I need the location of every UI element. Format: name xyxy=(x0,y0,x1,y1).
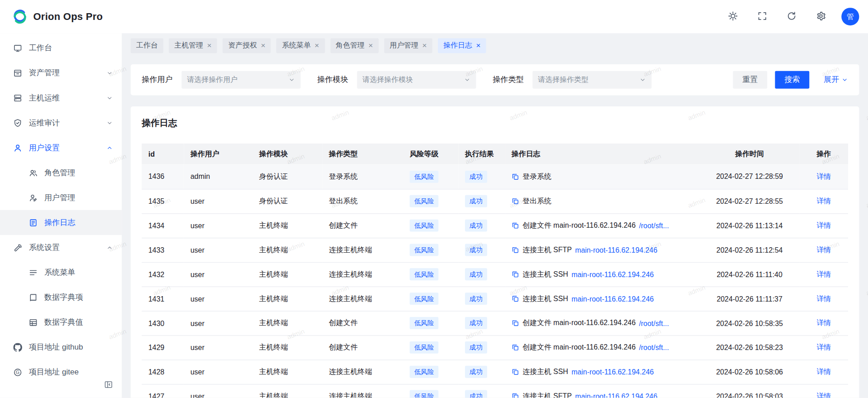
log-link[interactable]: /root/sft... xyxy=(639,343,669,351)
menu-label: 用户设置 xyxy=(29,143,100,153)
sidebar-collapse-button[interactable] xyxy=(102,378,115,391)
log-link[interactable]: /root/sft... xyxy=(639,319,669,327)
cell-user: user xyxy=(184,287,252,311)
filter-bar: 操作用户请选择操作用户操作模块请选择操作模块操作类型请选择操作类型 重置 搜索 … xyxy=(131,64,859,96)
detail-link[interactable]: 详情 xyxy=(816,270,831,278)
fullscreen-button[interactable] xyxy=(754,8,771,25)
sidebar-item-system-settings[interactable]: 系统设置 xyxy=(0,235,122,260)
sidebar-item-role-management[interactable]: 角色管理 xyxy=(0,160,122,185)
expand-toggle[interactable]: 展开 xyxy=(824,75,848,85)
tab-close-icon[interactable]: × xyxy=(261,42,266,49)
sidebar-item-user-management[interactable]: 用户管理 xyxy=(0,185,122,210)
result-badge: 成功 xyxy=(465,268,487,280)
copy-icon[interactable] xyxy=(512,270,519,278)
log-link[interactable]: main-root-116.62.194.246 xyxy=(571,368,654,376)
cell-result: 成功 xyxy=(458,164,505,189)
sidebar-item-operation-log[interactable]: 操作日志 xyxy=(0,210,122,235)
table-title: 操作日志 xyxy=(142,117,848,129)
cell-user: user xyxy=(184,238,252,262)
copy-icon[interactable] xyxy=(512,344,519,351)
operation-user-select[interactable]: 请选择操作用户 xyxy=(181,71,300,89)
cell-time: 2024-02-26 10:58:03 xyxy=(700,384,799,398)
search-button[interactable]: 搜索 xyxy=(775,71,809,89)
tab-close-icon[interactable]: × xyxy=(422,42,427,49)
sidebar-item-host-ops[interactable]: 主机运维 xyxy=(0,85,122,110)
tab-workbench[interactable]: 工作台 xyxy=(131,38,163,53)
cell-result: 成功 xyxy=(458,311,505,336)
tab-close-icon[interactable]: × xyxy=(315,42,319,49)
refresh-button[interactable] xyxy=(783,8,801,25)
menu-label: 数据字典值 xyxy=(44,317,113,327)
copy-icon[interactable] xyxy=(512,173,519,181)
menu-label: 主机运维 xyxy=(29,93,100,103)
tab-role-management[interactable]: 角色管理× xyxy=(330,38,379,53)
tab-close-icon[interactable]: × xyxy=(369,42,373,49)
tab-host-management[interactable]: 主机管理× xyxy=(169,38,217,53)
detail-link[interactable]: 详情 xyxy=(816,245,831,254)
cell-user: user xyxy=(184,335,252,360)
copy-icon[interactable] xyxy=(512,319,519,327)
tab-operation-log[interactable]: 操作日志× xyxy=(438,38,486,53)
cell-action: 详情 xyxy=(799,238,848,262)
cell-user: user xyxy=(184,213,252,238)
sidebar-item-user-settings[interactable]: 用户设置 xyxy=(0,135,122,160)
tab-system-menu[interactable]: 系统菜单× xyxy=(276,38,325,53)
sidebar-item-dict-item[interactable]: 数据字典项 xyxy=(0,285,122,310)
log-text: 连接主机 SSH xyxy=(522,294,568,304)
log-link[interactable]: main-root-116.62.194.246 xyxy=(575,392,657,398)
settings-button[interactable] xyxy=(812,8,830,25)
cell-log: 连接主机 SFTPmain-root-116.62.194.246 xyxy=(505,384,700,398)
detail-link[interactable]: 详情 xyxy=(816,367,831,375)
cell-id: 1436 xyxy=(142,164,184,189)
tab-close-icon[interactable]: × xyxy=(207,42,212,49)
copy-icon[interactable] xyxy=(512,222,519,230)
detail-link[interactable]: 详情 xyxy=(816,319,831,327)
cell-type: 连接主机终端 xyxy=(322,360,403,384)
risk-badge: 低风险 xyxy=(410,390,439,398)
operation-type-select[interactable]: 请选择操作类型 xyxy=(532,71,651,89)
log-link[interactable]: main-root-116.62.194.246 xyxy=(571,270,654,278)
detail-link[interactable]: 详情 xyxy=(816,392,831,398)
tab-label: 系统菜单 xyxy=(282,40,311,50)
cell-type: 创建文件 xyxy=(322,311,403,336)
copy-icon[interactable] xyxy=(512,197,519,205)
table-body: 1436admin身份认证登录系统低风险成功登录系统2024-02-27 12:… xyxy=(142,164,848,398)
tab-close-icon[interactable]: × xyxy=(476,42,480,49)
copy-icon[interactable] xyxy=(512,246,519,254)
cell-type: 连接主机终端 xyxy=(322,384,403,398)
cell-result: 成功 xyxy=(458,287,505,311)
log-link[interactable]: /root/sft... xyxy=(639,221,669,230)
tab-user-management[interactable]: 用户管理× xyxy=(384,38,432,53)
cell-log: 创建文件 main-root-116.62.194.246/root/sft..… xyxy=(505,213,700,238)
operation-module-select[interactable]: 请选择操作模块 xyxy=(357,71,476,89)
sidebar-item-system-menu[interactable]: 系统菜单 xyxy=(0,260,122,285)
result-badge: 成功 xyxy=(465,390,487,398)
copy-icon[interactable] xyxy=(512,368,519,376)
sidebar-item-workbench[interactable]: 工作台 xyxy=(0,35,122,60)
cell-log: 连接主机 SSHmain-root-116.62.194.246 xyxy=(505,262,700,287)
log-link[interactable]: main-root-116.62.194.246 xyxy=(571,294,654,302)
sidebar-item-ops-audit[interactable]: 运维审计 xyxy=(0,110,122,135)
log-link[interactable]: main-root-116.62.194.246 xyxy=(575,246,657,254)
detail-link[interactable]: 详情 xyxy=(816,294,831,302)
result-badge: 成功 xyxy=(465,195,487,207)
cell-time: 2024-02-27 12:28:55 xyxy=(700,189,799,213)
cell-type: 连接主机终端 xyxy=(322,287,403,311)
detail-link[interactable]: 详情 xyxy=(816,221,831,229)
tab-asset-auth[interactable]: 资产授权× xyxy=(223,38,271,53)
sidebar-item-dict-value[interactable]: 数据字典值 xyxy=(0,310,122,335)
theme-toggle-button[interactable] xyxy=(724,8,742,25)
reset-button[interactable]: 重置 xyxy=(733,71,767,89)
copy-icon[interactable] xyxy=(512,295,519,302)
filter-fields: 操作用户请选择操作用户操作模块请选择操作模块操作类型请选择操作类型 xyxy=(142,71,668,89)
cell-id: 1431 xyxy=(142,287,184,311)
sidebar-item-github[interactable]: 项目地址 github xyxy=(0,335,122,360)
sidebar-item-asset-management[interactable]: 资产管理 xyxy=(0,60,122,85)
cell-log: 连接主机 SSHmain-root-116.62.194.246 xyxy=(505,360,700,384)
detail-link[interactable]: 详情 xyxy=(816,197,831,205)
menu-label: 项目地址 github xyxy=(29,342,113,352)
user-avatar[interactable]: 管 xyxy=(841,8,859,25)
detail-link[interactable]: 详情 xyxy=(816,172,831,180)
detail-link[interactable]: 详情 xyxy=(816,343,831,351)
copy-icon[interactable] xyxy=(512,392,519,398)
